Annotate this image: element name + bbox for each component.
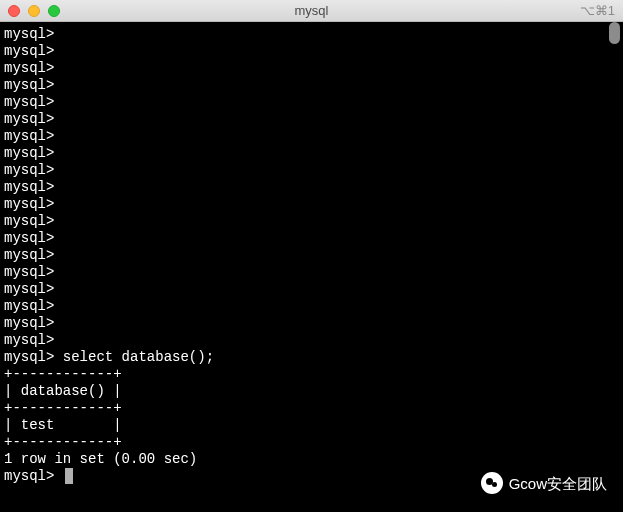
minimize-icon[interactable] xyxy=(28,5,40,17)
window-shortcut: ⌥⌘1 xyxy=(580,3,615,18)
prompt-line: mysql> xyxy=(4,315,619,332)
watermark-text: Gcow安全团队 xyxy=(509,475,607,492)
prompt-line: mysql> xyxy=(4,43,619,60)
traffic-lights xyxy=(8,5,60,17)
prompt-line: mysql> xyxy=(4,196,619,213)
terminal-area[interactable]: mysql>mysql>mysql>mysql>mysql>mysql>mysq… xyxy=(0,22,623,512)
maximize-icon[interactable] xyxy=(48,5,60,17)
prompt-line: mysql> xyxy=(4,60,619,77)
terminal-window: mysql ⌥⌘1 mysql>mysql>mysql>mysql>mysql>… xyxy=(0,0,623,512)
result-border: +------------+ xyxy=(4,434,619,451)
prompt-line: mysql> xyxy=(4,247,619,264)
prompt-line: mysql> xyxy=(4,162,619,179)
result-border: +------------+ xyxy=(4,366,619,383)
close-icon[interactable] xyxy=(8,5,20,17)
result-header: | database() | xyxy=(4,383,619,400)
prompt-line: mysql> xyxy=(4,298,619,315)
prompt-line: mysql> xyxy=(4,332,619,349)
prompt-line: mysql> xyxy=(4,281,619,298)
prompt-line: mysql> xyxy=(4,145,619,162)
result-border: +------------+ xyxy=(4,400,619,417)
prompt-line: mysql> xyxy=(4,213,619,230)
scrollbar-thumb[interactable] xyxy=(609,22,620,44)
wechat-icon xyxy=(481,472,503,494)
result-row: | test | xyxy=(4,417,619,434)
window-title: mysql xyxy=(295,3,329,18)
prompt-line: mysql> xyxy=(4,264,619,281)
prompt-line: mysql> xyxy=(4,128,619,145)
result-status: 1 row in set (0.00 sec) xyxy=(4,451,619,468)
prompt-line: mysql> xyxy=(4,179,619,196)
query-line: mysql> select database(); xyxy=(4,349,619,366)
scrollbar[interactable] xyxy=(607,22,622,512)
prompt-line: mysql> xyxy=(4,94,619,111)
prompt-line: mysql> xyxy=(4,230,619,247)
watermark: Gcow安全团队 xyxy=(481,472,607,494)
cursor xyxy=(65,468,73,484)
terminal-content: mysql>mysql>mysql>mysql>mysql>mysql>mysq… xyxy=(4,26,619,485)
titlebar: mysql ⌥⌘1 xyxy=(0,0,623,22)
prompt-line: mysql> xyxy=(4,111,619,128)
prompt-line: mysql> xyxy=(4,26,619,43)
prompt-line: mysql> xyxy=(4,77,619,94)
